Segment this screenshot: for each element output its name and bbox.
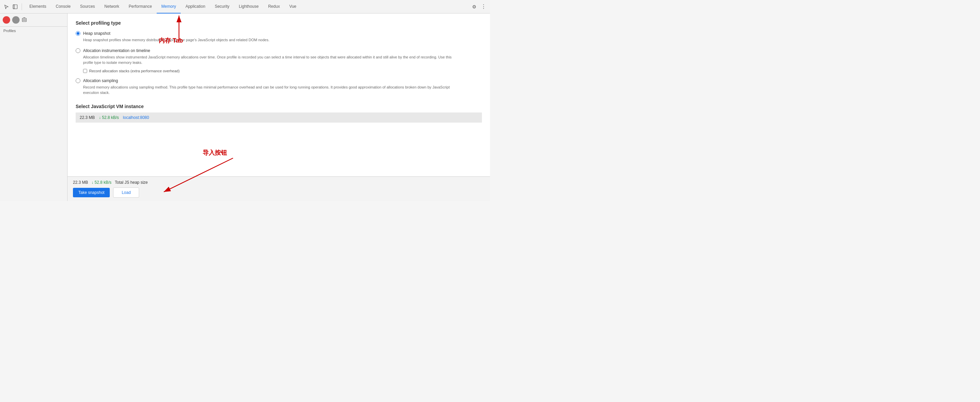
tab-lighthouse[interactable]: Lighthouse xyxy=(234,0,263,13)
bottom-rate: ↓ 52.8 kB/s xyxy=(92,180,111,185)
heap-snapshot-desc: Heap snapshot profiles show memory distr… xyxy=(83,37,455,43)
bottom-total-label: Total JS heap size xyxy=(115,180,148,185)
tab-console[interactable]: Console xyxy=(51,0,75,13)
svg-rect-0 xyxy=(13,5,17,9)
record-stacks-label[interactable]: Record allocation stacks (extra performa… xyxy=(89,69,180,73)
sidebar-profiles-label: Profiles xyxy=(0,27,67,35)
toolbar-right: ⚙ ⋮ xyxy=(471,3,487,11)
tab-memory[interactable]: Memory xyxy=(157,0,181,13)
tab-application[interactable]: Application xyxy=(181,0,210,13)
load-btn[interactable]: Load xyxy=(113,188,139,198)
tab-network[interactable]: Network xyxy=(100,0,124,13)
tab-vue[interactable]: Vue xyxy=(285,0,301,13)
clear-btn[interactable] xyxy=(22,17,27,23)
allocation-sampling-label[interactable]: Allocation sampling xyxy=(83,78,118,83)
record-btn[interactable] xyxy=(3,16,10,24)
content-area: Select profiling type Heap snapshot Heap… xyxy=(68,13,490,201)
sidebar-actions xyxy=(0,13,67,27)
profiling-section: Select profiling type Heap snapshot Heap… xyxy=(68,13,490,176)
profiling-title: Select profiling type xyxy=(76,20,482,26)
dock-btn[interactable] xyxy=(11,3,19,11)
allocation-sampling-radio[interactable] xyxy=(76,78,80,83)
vm-empty-area xyxy=(76,123,482,163)
record-stacks-checkbox[interactable] xyxy=(83,69,87,73)
main-layout: Profiles Select profiling type Heap snap… xyxy=(0,13,490,201)
bottom-actions: Take snapshot Load xyxy=(73,188,485,198)
svg-rect-1 xyxy=(13,5,14,9)
heap-snapshot-radio[interactable] xyxy=(76,31,80,36)
vm-memory: 22.3 MB xyxy=(80,115,95,120)
tab-elements[interactable]: Elements xyxy=(25,0,51,13)
divider xyxy=(22,3,22,10)
vm-url: localhost:8080 xyxy=(123,115,149,120)
bottom-bar: 22.3 MB ↓ 52.8 kB/s Total JS heap size T… xyxy=(68,176,490,201)
heap-snapshot-label[interactable]: Heap snapshot xyxy=(83,31,110,36)
heap-snapshot-option: Heap snapshot Heap snapshot profiles sho… xyxy=(76,31,482,43)
sidebar: Profiles xyxy=(0,13,68,201)
tab-redux[interactable]: Redux xyxy=(263,0,285,13)
tab-security[interactable]: Security xyxy=(210,0,234,13)
tab-sources[interactable]: Sources xyxy=(75,0,100,13)
vm-instance-row[interactable]: 22.3 MB ↓ 52.8 kB/s localhost:8080 xyxy=(76,113,482,123)
vm-section: Select JavaScript VM instance 22.3 MB ↓ … xyxy=(76,104,482,163)
tab-performance[interactable]: Performance xyxy=(124,0,157,13)
allocation-timeline-radio[interactable] xyxy=(76,48,80,53)
vm-title: Select JavaScript VM instance xyxy=(76,104,482,109)
tabs-bar: Elements Console Sources Network Perform… xyxy=(25,0,471,13)
take-snapshot-btn[interactable]: Take snapshot xyxy=(73,188,110,197)
stop-btn[interactable] xyxy=(12,16,19,24)
profiling-options: Heap snapshot Heap snapshot profiles sho… xyxy=(76,31,482,96)
devtools-toolbar: Elements Console Sources Network Perform… xyxy=(0,0,490,13)
bottom-stats: 22.3 MB ↓ 52.8 kB/s Total JS heap size xyxy=(73,180,485,185)
toolbar-icons xyxy=(3,3,19,11)
allocation-timeline-option: Allocation instrumentation on timeline A… xyxy=(76,48,482,73)
cursor-tool-btn[interactable] xyxy=(3,3,10,11)
more-btn[interactable]: ⋮ xyxy=(480,3,487,11)
allocation-timeline-label[interactable]: Allocation instrumentation on timeline xyxy=(83,48,150,53)
allocation-timeline-desc: Allocation timelines show instrumented J… xyxy=(83,54,455,65)
allocation-sampling-option: Allocation sampling Record memory alloca… xyxy=(76,78,482,96)
allocation-sampling-desc: Record memory allocations using sampling… xyxy=(83,85,455,96)
vm-rate: ↓ 52.8 kB/s xyxy=(99,115,119,120)
bottom-memory: 22.3 MB xyxy=(73,180,88,185)
settings-btn[interactable]: ⚙ xyxy=(471,3,478,11)
